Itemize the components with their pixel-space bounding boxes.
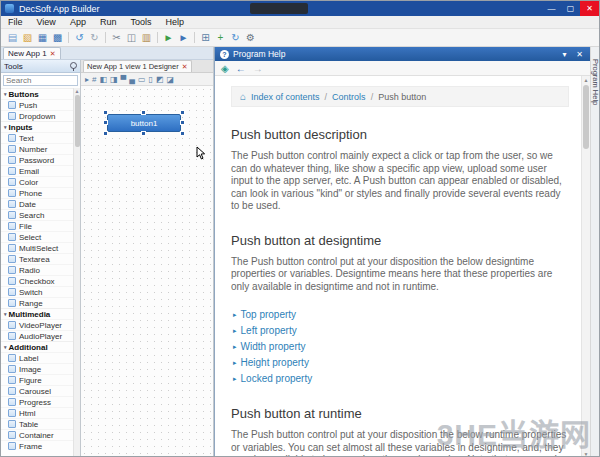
tools-group-inputs[interactable]: ▾Inputs bbox=[1, 121, 73, 132]
scroll-up-icon[interactable]: ▲ bbox=[584, 77, 589, 83]
close-button[interactable]: ✕ bbox=[580, 1, 599, 16]
menu-item-tools[interactable]: Tools bbox=[123, 17, 158, 27]
tools-group-additional[interactable]: ▾Additional bbox=[1, 341, 73, 352]
debug-app-icon[interactable]: ► bbox=[176, 30, 191, 45]
tools-scrollbar[interactable]: ▲ bbox=[73, 88, 80, 457]
help-forward-icon[interactable]: → bbox=[253, 63, 263, 74]
copy-icon[interactable]: ◫ bbox=[124, 30, 139, 45]
save-icon[interactable]: ▦ bbox=[35, 30, 50, 45]
breadcrumb-item[interactable]: Index of contents bbox=[251, 92, 320, 102]
resize-handle[interactable] bbox=[103, 120, 108, 125]
resize-handle[interactable] bbox=[103, 131, 108, 136]
menu-item-help[interactable]: Help bbox=[158, 17, 191, 27]
new-app-icon[interactable]: ▤ bbox=[5, 30, 20, 45]
send-back-icon[interactable]: ◪ bbox=[166, 75, 174, 84]
same-width-icon[interactable]: ▭ bbox=[138, 75, 146, 84]
help-scrollbar[interactable]: ▲ ▼ bbox=[581, 76, 590, 457]
settings-gear-icon[interactable]: ⚙ bbox=[243, 30, 258, 45]
resize-handle[interactable] bbox=[103, 110, 108, 115]
help-link-height[interactable]: ▸Height property bbox=[233, 357, 569, 368]
paste-icon[interactable]: ▥ bbox=[139, 30, 154, 45]
save-all-icon[interactable]: ▩ bbox=[50, 30, 65, 45]
designer-tab-close-icon[interactable]: ✕ bbox=[182, 63, 188, 71]
help-close-icon[interactable]: ✕ bbox=[574, 50, 585, 59]
tool-item-progress[interactable]: Progress bbox=[1, 396, 73, 407]
tool-item-html[interactable]: Html bbox=[1, 407, 73, 418]
program-help-side-tab[interactable]: Program Help bbox=[591, 59, 600, 457]
tool-item-carousel[interactable]: Carousel bbox=[1, 385, 73, 396]
breadcrumb-item[interactable]: Controls bbox=[332, 92, 366, 102]
resize-handle[interactable] bbox=[141, 131, 146, 136]
help-link-left[interactable]: ▸Left property bbox=[233, 325, 569, 336]
tool-item-push[interactable]: Push bbox=[1, 99, 73, 110]
same-height-icon[interactable]: ▯ bbox=[149, 75, 153, 84]
cut-icon[interactable]: ✂ bbox=[109, 30, 124, 45]
align-left-icon[interactable]: ◧ bbox=[99, 75, 107, 84]
tool-item-number[interactable]: Number bbox=[1, 143, 73, 154]
scroll-up-icon[interactable]: ▲ bbox=[75, 88, 80, 94]
app-tab-close-icon[interactable]: ✕ bbox=[50, 50, 56, 58]
designed-push-button[interactable]: button1 bbox=[107, 114, 181, 132]
tool-item-email[interactable]: Email bbox=[1, 165, 73, 176]
tools-search-input[interactable] bbox=[3, 75, 78, 86]
tool-item-audioplayer[interactable]: AudioPlayer bbox=[1, 330, 73, 341]
tool-item-phone[interactable]: Phone bbox=[1, 187, 73, 198]
tool-item-dropdown[interactable]: Dropdown bbox=[1, 110, 73, 121]
tool-item-date[interactable]: Date bbox=[1, 198, 73, 209]
scrollbar-thumb[interactable] bbox=[583, 85, 589, 149]
menu-item-file[interactable]: File bbox=[1, 17, 30, 27]
run-app-icon[interactable]: ► bbox=[161, 30, 176, 45]
menu-item-run[interactable]: Run bbox=[93, 17, 124, 27]
tool-item-color[interactable]: Color bbox=[1, 176, 73, 187]
tool-item-password[interactable]: Password bbox=[1, 154, 73, 165]
tool-item-multiselect[interactable]: MultiSelect bbox=[1, 242, 73, 253]
tool-item-figure[interactable]: Figure bbox=[1, 374, 73, 385]
help-dropdown-icon[interactable]: ▾ bbox=[559, 50, 570, 59]
app-tab[interactable]: New App 1 ✕ bbox=[3, 47, 61, 59]
resize-handle[interactable] bbox=[180, 120, 185, 125]
align-right-icon[interactable]: ◨ bbox=[110, 75, 118, 84]
tool-item-file[interactable]: File bbox=[1, 220, 73, 231]
tool-item-select[interactable]: Select bbox=[1, 231, 73, 242]
apps-grid-icon[interactable]: ⊞ bbox=[198, 30, 213, 45]
maximize-button[interactable]: ▢ bbox=[561, 1, 580, 16]
tool-item-label[interactable]: Label bbox=[1, 352, 73, 363]
open-app-icon[interactable]: ▧ bbox=[20, 30, 35, 45]
scroll-down-icon[interactable]: ▼ bbox=[584, 451, 589, 457]
help-link-locked[interactable]: ▸Locked property bbox=[233, 373, 569, 384]
menu-item-app[interactable]: App bbox=[63, 17, 93, 27]
tool-item-checkbox[interactable]: Checkbox bbox=[1, 275, 73, 286]
minimize-button[interactable]: — bbox=[542, 1, 561, 16]
align-top-icon[interactable]: ▀ bbox=[121, 75, 127, 84]
tool-item-textarea[interactable]: Textarea bbox=[1, 253, 73, 264]
tool-item-text[interactable]: Text bbox=[1, 132, 73, 143]
resize-handle[interactable] bbox=[180, 131, 185, 136]
align-bottom-icon[interactable]: ▄ bbox=[129, 75, 135, 84]
bring-front-icon[interactable]: ◩ bbox=[156, 75, 164, 84]
home-icon[interactable]: ⌂ bbox=[240, 91, 246, 102]
tool-item-switch[interactable]: Switch bbox=[1, 286, 73, 297]
help-link-width[interactable]: ▸Width property bbox=[233, 341, 569, 352]
designer-tab[interactable]: New App 1 view 1 Designer ✕ bbox=[83, 60, 192, 72]
resize-handle[interactable] bbox=[141, 110, 146, 115]
tools-group-buttons[interactable]: ▾Buttons bbox=[1, 88, 73, 99]
help-contents-icon[interactable]: ◈ bbox=[221, 63, 229, 74]
add-icon[interactable]: + bbox=[213, 30, 228, 45]
tool-item-videoplayer[interactable]: VideoPlayer bbox=[1, 319, 73, 330]
tool-item-search[interactable]: Search bbox=[1, 209, 73, 220]
tool-item-container[interactable]: Container bbox=[1, 429, 73, 440]
help-back-icon[interactable]: ← bbox=[236, 63, 246, 74]
grid-icon[interactable]: # bbox=[92, 75, 96, 84]
tool-item-frame[interactable]: Frame bbox=[1, 440, 73, 451]
help-link-top[interactable]: ▸Top property bbox=[233, 309, 569, 320]
pin-icon[interactable] bbox=[69, 62, 77, 71]
design-canvas[interactable]: button1 bbox=[81, 86, 213, 457]
tool-item-radio[interactable]: Radio bbox=[1, 264, 73, 275]
scrollbar-thumb[interactable] bbox=[75, 95, 80, 147]
refresh-icon[interactable]: ↻ bbox=[228, 30, 243, 45]
redo-icon[interactable]: ↻ bbox=[87, 30, 102, 45]
breadcrumb-item[interactable]: Push button bbox=[378, 92, 426, 102]
tool-item-range[interactable]: Range bbox=[1, 297, 73, 308]
tools-group-multimedia[interactable]: ▾Multimedia bbox=[1, 308, 73, 319]
tool-item-table[interactable]: Table bbox=[1, 418, 73, 429]
